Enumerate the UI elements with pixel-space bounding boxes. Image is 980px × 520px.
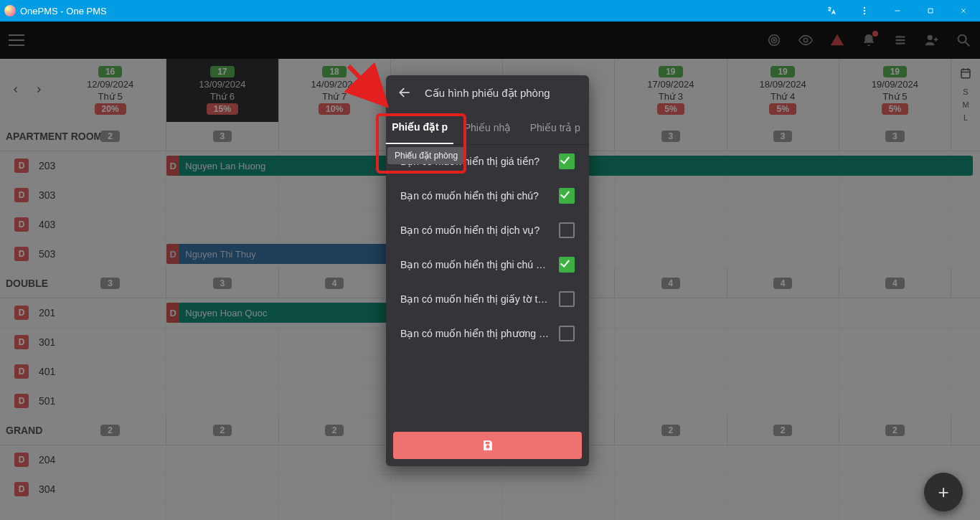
svg-line-22 (349, 66, 383, 102)
modal-tab[interactable]: Phiếu trả p (522, 111, 589, 144)
back-icon[interactable] (397, 85, 412, 102)
svg-point-2 (864, 13, 865, 14)
app-logo (4, 5, 16, 16)
checkbox[interactable] (559, 326, 575, 341)
checkbox[interactable] (559, 153, 575, 169)
more-icon[interactable] (848, 0, 881, 22)
checkbox[interactable] (559, 222, 575, 238)
checkbox[interactable] (559, 188, 575, 204)
checkbox[interactable] (559, 291, 575, 307)
option-row: Bạn có muốn hiển thị phương th… (400, 326, 575, 341)
maximize-button[interactable] (914, 0, 947, 22)
option-label: Bạn có muốn hiển thị giấy tờ tùy … (400, 293, 550, 305)
option-row: Bạn có muốn hiển thị dịch vụ? (400, 222, 575, 238)
option-label: Bạn có muốn hiển thị ghi chú bữ… (400, 259, 550, 270)
save-button[interactable] (393, 432, 582, 459)
checkbox[interactable] (559, 257, 575, 273)
option-label: Bạn có muốn hiển thị ghi chú? (400, 190, 550, 202)
minimize-button[interactable] (881, 0, 914, 22)
option-row: Bạn có muốn hiển thị ghi chú? (400, 188, 575, 204)
modal-title: Cấu hình phiếu đặt phòng (425, 87, 550, 100)
option-label: Bạn có muốn hiển thị phương th… (400, 328, 550, 339)
svg-point-1 (864, 10, 865, 11)
titlebar: OnePMS - One PMS (0, 0, 980, 22)
option-label: Bạn có muốn hiển thị dịch vụ? (400, 224, 550, 236)
option-row: Bạn có muốn hiển thị giấy tờ tùy … (400, 291, 575, 307)
window-title: OnePMS - One PMS (20, 6, 107, 16)
option-row: Bạn có muốn hiển thị ghi chú bữ… (400, 257, 575, 273)
close-button[interactable] (947, 0, 980, 22)
highlight-annotation (376, 113, 466, 174)
translate-icon[interactable] (815, 0, 848, 22)
fab-add[interactable]: + (924, 473, 963, 511)
arrow-annotation (341, 62, 399, 119)
svg-rect-4 (928, 9, 933, 13)
svg-point-0 (864, 7, 865, 9)
